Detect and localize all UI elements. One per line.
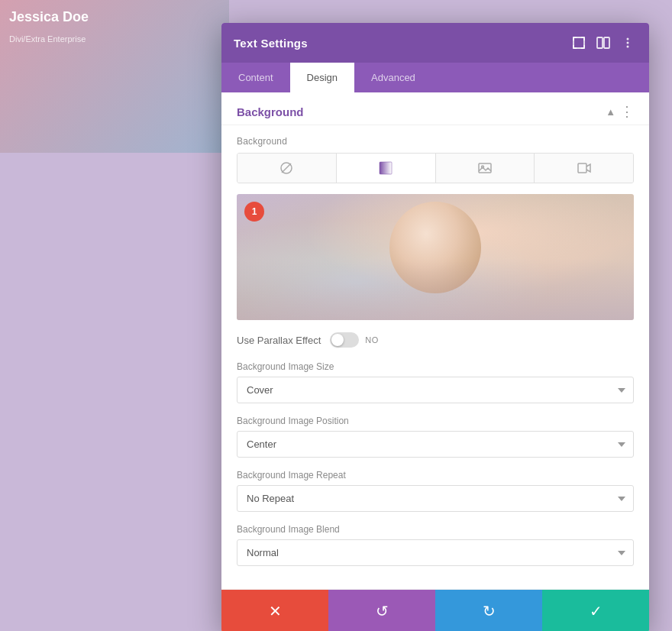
bg-image-blend-select[interactable]: Normal Multiply Screen Overlay Darken Li… (237, 539, 634, 566)
bg-type-image[interactable] (436, 154, 535, 183)
svg-rect-2 (604, 37, 609, 48)
parallax-row: Use Parallax Effect NO (237, 332, 634, 348)
bg-type-video[interactable] (535, 154, 633, 183)
svg-point-3 (627, 38, 629, 40)
parallax-toggle[interactable] (330, 332, 359, 348)
tab-content[interactable]: Content (221, 63, 290, 92)
background-type-tabs (237, 153, 634, 183)
bg-type-none[interactable] (237, 154, 337, 183)
svg-rect-11 (578, 163, 586, 173)
modal-header: Text Settings (221, 23, 649, 63)
svg-line-6 (282, 163, 291, 173)
section-title: Background (237, 105, 304, 118)
modal-tabs: Content Design Advanced (221, 63, 649, 92)
bg-image-position-select[interactable]: Center Top Left Top Center Top Right Cen… (237, 431, 634, 458)
bg-image-size-group: Background Image Size Cover Contain Auto… (237, 361, 634, 403)
modal-title: Text Settings (234, 37, 308, 50)
modal-header-actions (570, 34, 637, 52)
page-background: Jessica Doe Divi/Extra Enterprise (0, 0, 229, 153)
bg-image-blend-group: Background Image Blend Normal Multiply S… (237, 524, 634, 566)
reset-button[interactable]: ↺ (328, 590, 435, 631)
modal-footer: ✕ ↺ ↻ ✓ (221, 589, 649, 631)
bg-image-size-select[interactable]: Cover Contain Auto Custom (237, 377, 634, 403)
redo-button[interactable]: ↻ (435, 590, 542, 631)
section-more-icon[interactable]: ⋮ (620, 105, 634, 118)
background-field-label: Background (237, 136, 634, 147)
preview-image (237, 194, 634, 320)
background-image-preview[interactable]: 1 (237, 194, 634, 320)
split-view-icon[interactable] (594, 34, 612, 52)
svg-rect-1 (597, 37, 603, 48)
bg-type-gradient[interactable] (337, 154, 436, 183)
bg-image-repeat-group: Background Image Repeat No Repeat Repeat… (237, 470, 634, 512)
bg-image-blend-label: Background Image Blend (237, 524, 634, 535)
bg-image-repeat-label: Background Image Repeat (237, 470, 634, 481)
parallax-label: Use Parallax Effect (237, 335, 321, 346)
parallax-toggle-container: NO (330, 332, 379, 348)
svg-rect-9 (479, 163, 491, 173)
svg-rect-0 (573, 37, 584, 48)
save-button[interactable]: ✓ (542, 590, 649, 631)
preview-badge: 1 (244, 202, 264, 222)
fullscreen-icon[interactable] (570, 34, 588, 52)
svg-point-5 (627, 46, 629, 48)
background-section-header: Background ▲ ⋮ (221, 92, 649, 125)
cancel-button[interactable]: ✕ (221, 590, 328, 631)
section-collapse-icon[interactable]: ▲ (606, 106, 615, 118)
section-header-actions: ▲ ⋮ (606, 105, 634, 118)
bg-image-repeat-select[interactable]: No Repeat Repeat Repeat X Repeat Y Space… (237, 485, 634, 512)
text-settings-modal: Text Settings (221, 23, 649, 631)
svg-rect-8 (380, 162, 392, 174)
svg-point-4 (627, 42, 629, 44)
tab-advanced[interactable]: Advanced (354, 63, 432, 92)
bg-image-size-label: Background Image Size (237, 361, 634, 372)
bg-image-position-label: Background Image Position (237, 416, 634, 426)
more-options-icon[interactable] (619, 34, 637, 52)
bg-image-position-group: Background Image Position Center Top Lef… (237, 416, 634, 458)
background-section-content: Background (221, 125, 649, 589)
parallax-state-label: NO (365, 335, 379, 345)
page-bg-username: Jessica Doe (0, 0, 229, 34)
modal-body: Background ▲ ⋮ Background (221, 92, 649, 589)
tab-design[interactable]: Design (290, 63, 354, 92)
page-bg-subtitle: Divi/Extra Enterprise (0, 34, 229, 44)
